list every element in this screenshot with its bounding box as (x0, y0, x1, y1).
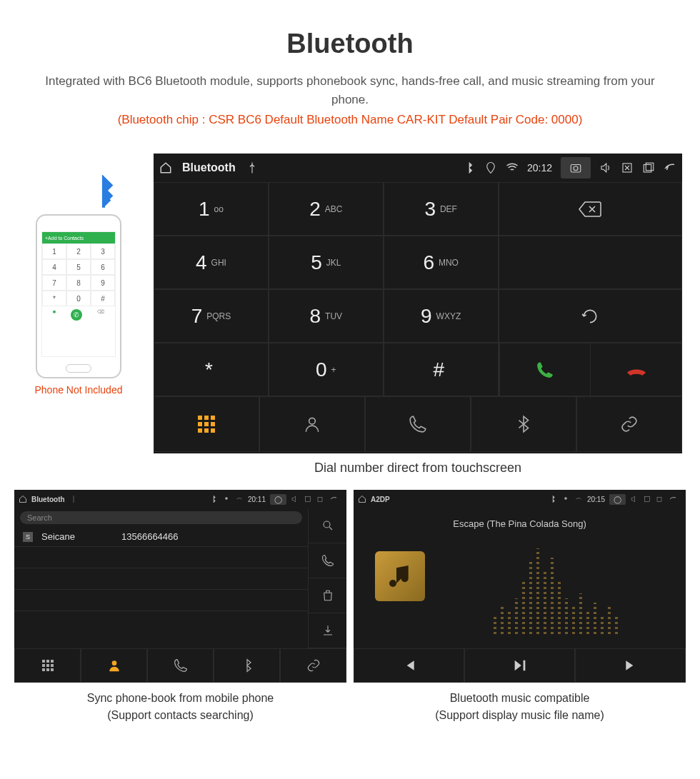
person-icon (303, 415, 321, 433)
page-title: Bluetooth (0, 0, 700, 59)
phone-icon (321, 554, 334, 567)
tab-contacts[interactable] (259, 396, 365, 452)
key-1[interactable]: 1oo (154, 182, 269, 236)
svg-rect-7 (306, 497, 311, 502)
volume-icon[interactable] (291, 495, 299, 503)
tab-dialpad[interactable] (154, 396, 259, 452)
empty-row (14, 590, 308, 611)
home-icon[interactable] (19, 495, 27, 503)
phone-icon (174, 658, 188, 673)
contact-row[interactable]: S Seicane 13566664466 (14, 527, 308, 547)
volume-icon[interactable] (630, 495, 639, 503)
person-icon (107, 658, 121, 673)
close-app-icon[interactable] (304, 495, 312, 503)
a2dp-caption: Bluetooth music compatible (Support disp… (354, 690, 686, 724)
backspace-button[interactable] (499, 182, 682, 236)
album-art (375, 551, 425, 601)
bluetooth-icon (209, 495, 218, 503)
key-6[interactable]: 6MNO (384, 236, 499, 289)
tab-pair[interactable] (280, 648, 346, 683)
bluetooth-signal-icon (86, 175, 121, 213)
svg-rect-0 (571, 165, 581, 173)
close-app-icon[interactable] (643, 495, 651, 503)
phone-key-3: 3 (91, 243, 115, 259)
recent-apps-icon[interactable] (656, 495, 664, 503)
screenshot-button[interactable]: ◯ (609, 494, 626, 505)
sync-contact-button[interactable] (308, 613, 346, 648)
search-button[interactable] (308, 508, 346, 543)
tab-contacts[interactable] (81, 648, 147, 683)
key-0[interactable]: 0+ (269, 343, 384, 396)
key-hash[interactable]: # (384, 343, 499, 396)
wifi-icon (235, 495, 244, 503)
usb-icon (69, 495, 78, 503)
phone-call-icon: ✆ (71, 309, 82, 321)
page-spec: (Bluetooth chip : CSR BC6 Default Blueto… (0, 113, 700, 127)
bluetooth-tab-icon (514, 415, 533, 433)
home-icon[interactable] (159, 161, 172, 174)
phone-key-5: 5 (66, 259, 91, 275)
tab-call-log[interactable] (147, 648, 214, 683)
key-3[interactable]: 3DEF (384, 182, 499, 236)
svg-rect-13 (657, 498, 661, 502)
home-icon[interactable] (358, 495, 366, 503)
key-star[interactable]: * (154, 343, 269, 396)
phone-key-0: 0 (66, 291, 91, 306)
tab-call-log[interactable] (365, 396, 471, 452)
contacts-screenshot: Bluetooth 20:11 ◯ Search S Seicane 13566… (14, 490, 346, 683)
phone-key-6: 6 (91, 259, 115, 275)
phone-key-2: 2 (66, 243, 91, 259)
tab-bluetooth[interactable] (214, 648, 280, 683)
key-8[interactable]: 8TUV (269, 289, 384, 343)
screenshot-button[interactable] (561, 157, 591, 179)
delete-contact-button[interactable] (308, 578, 346, 613)
back-icon[interactable] (664, 161, 676, 174)
key-9[interactable]: 9WXYZ (384, 289, 499, 343)
empty-cell-1 (499, 236, 682, 289)
recent-apps-icon[interactable] (316, 495, 325, 503)
bluetooth-icon (549, 495, 557, 503)
phone-caption: Phone Not Included (21, 384, 136, 396)
key-2[interactable]: 2ABC (269, 182, 384, 236)
wifi-icon (506, 161, 519, 174)
search-input[interactable]: Search (20, 511, 302, 524)
phone-key-7: 7 (42, 275, 66, 291)
search-icon (321, 519, 334, 532)
tab-pair[interactable] (576, 396, 682, 452)
key-4[interactable]: 4GHI (154, 236, 269, 289)
key-7[interactable]: 7PQRS (154, 289, 269, 343)
page-description: Integrated with BC6 Bluetooth module, su… (0, 72, 700, 109)
tab-bluetooth[interactable] (471, 396, 576, 452)
svg-point-1 (574, 166, 578, 171)
call-contact-button[interactable] (308, 543, 346, 578)
empty-row (14, 547, 308, 568)
key-5[interactable]: 5JKL (269, 236, 384, 289)
phone-key-4: 4 (42, 259, 66, 275)
svg-rect-4 (646, 163, 654, 171)
clock-time: 20:15 (587, 496, 605, 503)
close-app-icon[interactable] (621, 161, 634, 174)
recent-apps-icon[interactable] (642, 161, 655, 174)
svg-point-11 (564, 498, 566, 500)
tab-dialpad[interactable] (14, 648, 81, 683)
location-icon (222, 495, 231, 503)
redial-button[interactable] (499, 289, 682, 343)
dialer-caption: Dial number direct from touchscreen (154, 461, 682, 476)
back-icon[interactable] (669, 495, 677, 503)
back-icon[interactable] (329, 495, 338, 503)
volume-icon[interactable] (599, 161, 612, 174)
a2dp-title: A2DP (371, 496, 390, 503)
music-note-icon (386, 562, 414, 590)
play-pause-icon (512, 658, 528, 673)
screenshot-button[interactable]: ◯ (270, 494, 286, 505)
contact-initial: S (23, 532, 33, 542)
call-button[interactable] (499, 343, 591, 396)
next-track-button[interactable] (575, 648, 686, 683)
phone-back-icon: ⌫ (97, 309, 104, 321)
hangup-button[interactable] (590, 343, 681, 396)
svg-point-10 (111, 660, 116, 665)
empty-row (14, 568, 308, 590)
dialer-topbar: Bluetooth 20:12 (154, 154, 682, 182)
prev-track-button[interactable] (354, 648, 464, 683)
play-pause-button[interactable] (464, 648, 575, 683)
